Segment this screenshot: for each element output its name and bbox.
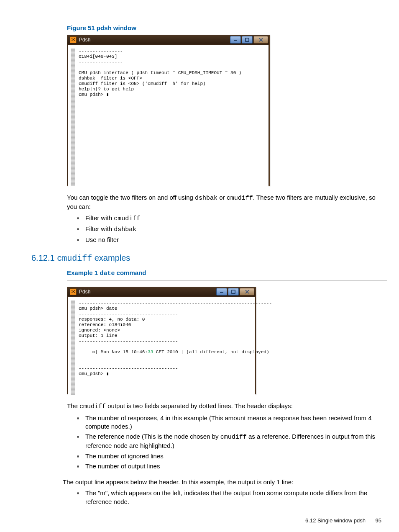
window-title: Pdsh — [79, 289, 216, 295]
footer-section: 6.12 Single window pdsh — [305, 517, 366, 524]
titlebar: Pdsh — [67, 287, 256, 296]
svg-rect-1 — [232, 290, 235, 293]
pdsh-window-2: Pdsh -----------------------------------… — [67, 287, 256, 394]
app-icon — [70, 36, 77, 43]
scrollbar[interactable] — [71, 49, 75, 186]
window-controls — [216, 288, 254, 296]
minimize-button[interactable] — [230, 36, 241, 44]
rule — [67, 280, 387, 281]
list-item: Filter with cmudiff — [84, 214, 387, 223]
window-controls — [230, 36, 268, 44]
output-list: The "m", which appears on the left, indi… — [67, 489, 387, 506]
list-item: The number of output lines — [84, 462, 387, 470]
list-item: The number of ignored lines — [84, 452, 387, 460]
filters-list: Filter with cmudiff Filter with dshbak U… — [67, 214, 387, 244]
paragraph: The output line appears below the header… — [63, 478, 387, 486]
close-button[interactable] — [253, 36, 268, 44]
scrollbar[interactable] — [71, 301, 75, 395]
figure-caption: Figure 51 pdsh window — [67, 24, 387, 31]
titlebar: Pdsh — [67, 35, 269, 44]
footer-page: 95 — [376, 517, 381, 524]
list-item: Filter with dshbak — [84, 225, 387, 234]
maximize-button[interactable] — [242, 36, 253, 44]
paragraph: You can toggle the two filters on and of… — [67, 193, 387, 211]
terminal-content: ----------------------------------------… — [79, 301, 272, 395]
page-footer: 6.12 Single window pdsh 95 — [305, 517, 381, 524]
section-heading: 6.12.1 cmudiff examples — [31, 253, 387, 263]
paragraph: The cmudiff output is two fields separat… — [67, 402, 387, 411]
maximize-button[interactable] — [228, 288, 239, 296]
terminal-content: ---------------- o184i[040-043] --------… — [79, 49, 265, 186]
example-caption: Example 1 date command — [67, 269, 387, 277]
list-item: The "m", which appears on the left, indi… — [84, 489, 387, 506]
list-item: The number of responses, 4 in this examp… — [84, 414, 387, 431]
terminal-body: ---------------- o184i[040-043] --------… — [68, 45, 269, 190]
terminal-body: ----------------------------------------… — [68, 297, 255, 398]
window-title: Pdsh — [79, 37, 230, 43]
svg-rect-0 — [246, 38, 249, 41]
app-icon — [70, 288, 77, 295]
pdsh-window-1: Pdsh ---------------- o184i[040-043] ---… — [67, 35, 270, 186]
close-button[interactable] — [240, 288, 254, 296]
header-list: The number of responses, 4 in this examp… — [67, 414, 387, 471]
minimize-button[interactable] — [216, 288, 227, 296]
list-item: The reference node (This is the node cho… — [84, 432, 387, 450]
list-item: Use no filter — [84, 236, 387, 244]
